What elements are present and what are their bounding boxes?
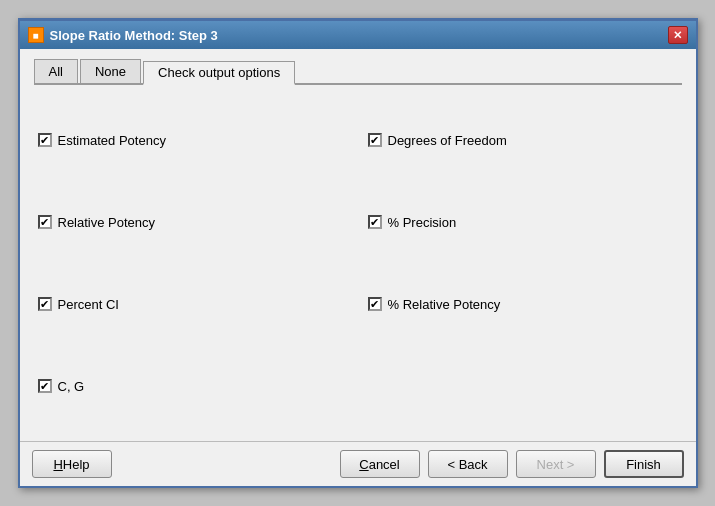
checkbox-degrees-of-freedom-label: Degrees of Freedom [388, 133, 507, 148]
content-area: All None Check output options Estimated … [20, 49, 696, 441]
help-button[interactable]: HHelp [32, 450, 112, 478]
checkbox-c-g[interactable]: C, G [38, 349, 348, 423]
checkbox-percent-ci[interactable]: Percent CI [38, 267, 348, 341]
checkbox-pct-relative-potency[interactable]: % Relative Potency [368, 267, 678, 341]
checkbox-estimated-potency[interactable]: Estimated Potency [38, 103, 348, 177]
finish-button[interactable]: Finish [604, 450, 684, 478]
checkbox-percent-ci-label: Percent CI [58, 297, 119, 312]
checkbox-degrees-of-freedom-input[interactable] [368, 133, 382, 147]
title-bar-left: ■ Slope Ratio Method: Step 3 [28, 27, 218, 43]
title-bar: ■ Slope Ratio Method: Step 3 ✕ [20, 21, 696, 49]
checkbox-percent-ci-input[interactable] [38, 297, 52, 311]
checkbox-c-g-label: C, G [58, 379, 85, 394]
bottom-right-buttons: Cancel < Back Next > Finish [340, 450, 684, 478]
main-window: ■ Slope Ratio Method: Step 3 ✕ All None … [18, 18, 698, 488]
checkbox-pct-relative-potency-input[interactable] [368, 297, 382, 311]
checkbox-pct-precision[interactable]: % Precision [368, 185, 678, 259]
cancel-button[interactable]: Cancel [340, 450, 420, 478]
checkbox-pct-precision-label: % Precision [388, 215, 457, 230]
close-button[interactable]: ✕ [668, 26, 688, 44]
checkbox-pct-relative-potency-label: % Relative Potency [388, 297, 501, 312]
checkbox-relative-potency[interactable]: Relative Potency [38, 185, 348, 259]
checkbox-relative-potency-label: Relative Potency [58, 215, 156, 230]
checkbox-relative-potency-input[interactable] [38, 215, 52, 229]
bottom-bar: HHelp Cancel < Back Next > Finish [20, 441, 696, 486]
tab-none[interactable]: None [80, 59, 141, 83]
checkbox-estimated-potency-input[interactable] [38, 133, 52, 147]
next-button[interactable]: Next > [516, 450, 596, 478]
window-title: Slope Ratio Method: Step 3 [50, 28, 218, 43]
bottom-left-buttons: HHelp [32, 450, 112, 478]
checkbox-c-g-input[interactable] [38, 379, 52, 393]
checkbox-degrees-of-freedom[interactable]: Degrees of Freedom [368, 103, 678, 177]
tab-all[interactable]: All [34, 59, 78, 83]
checkbox-estimated-potency-label: Estimated Potency [58, 133, 166, 148]
tab-check-output[interactable]: Check output options [143, 61, 295, 85]
back-button[interactable]: < Back [428, 450, 508, 478]
app-icon: ■ [28, 27, 44, 43]
checkboxes-area: Estimated Potency Degrees of Freedom Rel… [34, 95, 682, 431]
tab-bar: All None Check output options [34, 59, 682, 85]
checkbox-pct-precision-input[interactable] [368, 215, 382, 229]
empty-cell [368, 349, 678, 423]
